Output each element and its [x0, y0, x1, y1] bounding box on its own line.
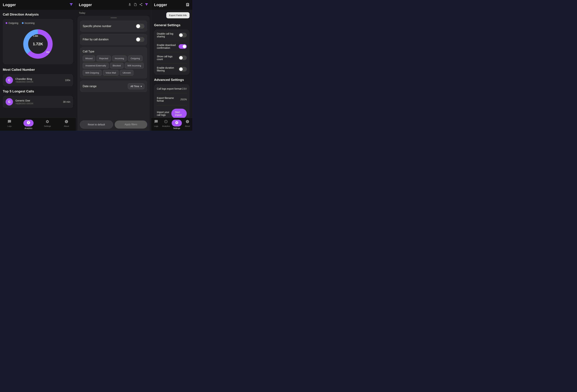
toggle-3[interactable] — [179, 67, 187, 71]
svg-text:1.09K: 1.09K — [33, 35, 38, 37]
tag-missed[interactable]: Missed — [83, 56, 95, 61]
tag-outgoing[interactable]: Outgoing — [128, 56, 143, 61]
left-bottom-nav: Logs Analytics Settings About — [0, 118, 76, 131]
filter-duration-toggle[interactable] — [136, 37, 144, 42]
setting-label-0: Disable call log sharing — [157, 32, 179, 38]
date-range-row: Date range All Time ▾ — [80, 81, 147, 92]
import-label: Import your call logs — [157, 111, 171, 116]
settings-label: Settings — [44, 125, 51, 127]
settings-bubble — [172, 120, 182, 127]
setting-label-2: Show call logs count — [157, 55, 179, 61]
specific-phone-toggle[interactable] — [136, 24, 144, 29]
logs-icon — [7, 120, 11, 124]
nav-logs-left[interactable]: Logs — [0, 118, 19, 131]
nav-about-right[interactable]: About — [182, 118, 192, 131]
nav-about-left[interactable]: About — [57, 118, 76, 131]
filter-icon[interactable] — [69, 3, 73, 7]
general-settings-card: Disable call log sharing Enable download… — [154, 30, 189, 75]
filter-buttons: Reset to default Apply filters — [77, 118, 150, 131]
sheet-handle — [110, 17, 117, 18]
settings-icon — [45, 120, 49, 124]
toggle-1[interactable] — [179, 44, 187, 49]
top-call-info: Generic Doe +919XXXX XXXXX — [15, 99, 61, 105]
export-fields-btn[interactable]: Export Fields Info — [166, 12, 189, 18]
nav-settings-left[interactable]: Settings — [38, 118, 57, 131]
filter-duration-row: Filter by call duration — [80, 34, 147, 45]
middle-header-icons — [128, 3, 148, 7]
tag-rejected[interactable]: Rejected — [97, 56, 111, 61]
right-header: Logger — [151, 0, 192, 10]
specific-phone-knob — [136, 24, 140, 28]
filter-duration-knob — [136, 37, 140, 41]
advanced-value-1: JSON — [180, 98, 187, 101]
toggle-2[interactable] — [179, 56, 187, 60]
start-import-button[interactable]: Start import — [171, 109, 187, 118]
tag-blocked[interactable]: Blocked — [110, 63, 123, 68]
tag-answered-externally[interactable]: Answered Externally — [83, 63, 109, 68]
advanced-label-1: Export filename format — [157, 97, 180, 102]
most-called-title: Most Called Number — [3, 68, 73, 72]
tag-incoming[interactable]: Incoming — [112, 56, 127, 61]
tag-wifi-incoming[interactable]: Wifi Incoming — [125, 63, 144, 68]
advanced-settings-card: Call logs export format CSV Export filen… — [154, 84, 189, 118]
advanced-settings-title: Advanced Settings — [154, 78, 189, 82]
chevron-down-icon: ▾ — [141, 85, 142, 88]
call-type-card: Call Type Missed Rejected Incoming Outgo… — [80, 47, 147, 78]
about-label-right: About — [185, 125, 190, 127]
outgoing-dot — [6, 22, 7, 24]
reset-button[interactable]: Reset to default — [80, 121, 113, 129]
toggle-0[interactable] — [179, 33, 187, 37]
call-type-tags: Missed Rejected Incoming Outgoing Answer… — [83, 56, 144, 76]
logs-label: Logs — [7, 125, 11, 127]
nav-logs-right[interactable]: Logs — [151, 118, 161, 131]
advanced-row-1: Export filename format JSON — [157, 94, 187, 105]
setting-row-0: Disable call log sharing — [157, 30, 187, 41]
middle-filter-icon[interactable] — [145, 3, 148, 7]
donut-center-value: 1.72K — [33, 42, 43, 46]
import-row: Import your call logs Start import — [157, 105, 187, 118]
logs-label-right: Logs — [154, 125, 158, 127]
most-called-info: Chandler Bing +919XXXX XXXXX — [15, 77, 63, 83]
setting-row-3: Enable duration filtering — [157, 64, 187, 75]
top-call-avatar: G — [6, 98, 13, 105]
setting-label-3: Enable duration filtering — [157, 66, 179, 72]
share-icon[interactable] — [139, 3, 143, 7]
middle-header: Logger — [76, 0, 151, 10]
top-call-duration: 38 min — [63, 100, 70, 103]
nav-analytics-left[interactable]: Analytics — [19, 118, 38, 131]
top-call-item: G Generic Doe +919XXXX XXXXX 38 min — [3, 96, 73, 108]
chart-legend: Outgoing Incoming — [6, 22, 70, 25]
most-called-number: +919XXXX XXXXX — [15, 81, 63, 83]
right-title: Logger — [154, 3, 167, 7]
most-called-count: 100x — [65, 79, 70, 82]
nav-settings-right[interactable]: Settings — [171, 118, 182, 131]
tag-voicemail[interactable]: Voice Mail — [103, 70, 118, 76]
settings-icon-right — [175, 121, 179, 125]
setting-label-1: Enable download confirmation — [157, 44, 179, 49]
settings-scroll: Export Fields Info General Settings Disa… — [151, 10, 192, 118]
download-icon[interactable] — [128, 3, 132, 7]
call-type-title: Call Type — [83, 50, 144, 53]
right-bottom-nav: Logs Analytics Settings About — [151, 118, 192, 131]
advanced-row-0: Call logs export format CSV — [157, 84, 187, 94]
most-called-avatar: C — [6, 76, 13, 84]
advanced-value-0: CSV — [182, 87, 187, 90]
top-calls-title: Top 5 Longest Calls — [3, 89, 73, 93]
date-range-label: Date range — [83, 85, 97, 88]
legend-outgoing: Outgoing — [6, 22, 18, 25]
apply-button[interactable]: Apply filters — [115, 121, 147, 129]
clipboard-icon[interactable] — [186, 3, 189, 7]
nav-analytics-right[interactable]: Analytics — [161, 118, 171, 131]
tag-unknown[interactable]: Uknown — [120, 70, 133, 76]
file-icon[interactable] — [134, 3, 137, 7]
left-title: Logger — [3, 3, 16, 7]
tag-wifi-outgoing[interactable]: Wifi Outgoing — [83, 70, 102, 76]
general-settings-title: General Settings — [154, 23, 189, 27]
about-icon-right — [185, 120, 189, 124]
sheet-scroll: Specific phone number Filter by call dur… — [77, 21, 150, 118]
setting-row-1: Enable download confirmation — [157, 41, 187, 52]
date-range-select[interactable]: All Time ▾ — [128, 83, 144, 89]
call-direction-card: Outgoing Incoming 1.09K 632 — [3, 19, 73, 64]
analytics-label: Analytics — [25, 127, 32, 129]
most-called-name: Chandler Bing — [15, 77, 63, 80]
